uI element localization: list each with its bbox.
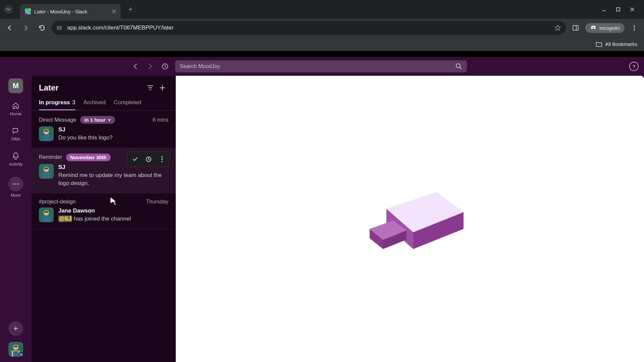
side-panel-button[interactable] [569,21,582,34]
message-text: @SJ has joined the channel [58,215,168,223]
tab-in-progress[interactable]: In progress 3 [39,99,75,110]
item-hover-toolbar [127,152,170,167]
timestamp: 6 mins [153,117,168,123]
timestamp: Thursday [146,199,168,205]
bookmarks-folder-icon [596,41,602,47]
browser-refresh-button[interactable] [36,21,48,34]
svg-rect-30 [43,173,50,179]
tab-completed[interactable]: Completed [114,99,141,110]
page-title: Later [39,83,144,93]
message-text: Do you like this logo? [58,134,168,142]
window-minimize-button[interactable] [602,7,606,12]
workspace-switcher[interactable]: M [8,78,23,93]
svg-rect-20 [13,351,18,357]
message-text: Remind me to update my team about the lo… [58,171,168,187]
svg-point-27 [161,161,163,162]
browser-back-button[interactable] [3,21,16,34]
dms-icon [11,126,20,135]
item-context: Reminder [39,154,62,160]
svg-rect-5 [57,29,58,29]
presence-indicator [18,352,24,357]
incognito-indicator[interactable]: Incognito [585,23,625,33]
search-bar[interactable] [175,60,467,72]
history-clock-button[interactable] [159,60,171,72]
rail-activity[interactable]: Activity [7,149,24,169]
svg-rect-1 [57,26,59,27]
activity-icon [11,152,20,160]
tab-close-icon[interactable] [112,9,116,13]
bookmark-star-icon[interactable] [554,24,561,31]
author: Jane Dawson [58,207,168,214]
window-close-button[interactable] [630,7,635,12]
incognito-icon [590,25,597,30]
author: SJ [58,126,168,133]
site-settings-icon[interactable] [56,25,62,31]
complete-button[interactable] [128,153,142,166]
tab-title: Later - MoodJoy - Slack [34,9,109,14]
slack-favicon [25,8,31,14]
item-more-button[interactable] [155,153,169,166]
svg-rect-6 [59,29,62,29]
avatar [39,126,54,141]
bookmark-illustration [350,172,470,266]
chevron-down-icon [108,119,111,121]
window-maximize-button[interactable] [616,7,621,12]
later-item[interactable]: Direct Message in 1 hour 6 mins SJ Do yo… [32,111,176,148]
svg-point-14 [13,183,14,185]
svg-rect-0 [616,8,620,11]
search-input[interactable] [180,63,455,69]
url-text: app.slack.com/client/T067MEBPPUY/later [67,24,550,31]
home-icon [11,101,20,110]
svg-point-26 [161,159,163,160]
user-avatar[interactable] [8,342,23,357]
search-icon [455,63,462,70]
item-context: Direct Message [39,117,76,123]
chrome-menu-button[interactable] [628,21,641,34]
due-pill[interactable]: November 30th [66,154,110,161]
browser-tab[interactable]: Later - MoodJoy - Slack [20,4,121,19]
rail-home[interactable]: Home [8,99,24,118]
reschedule-button[interactable] [142,153,155,166]
avatar [39,207,54,222]
rail-more[interactable]: More [6,175,25,200]
svg-point-25 [161,156,163,158]
browser-forward-button[interactable] [19,21,32,34]
svg-point-15 [15,183,16,185]
tab-archived[interactable]: Archived [84,99,106,110]
main-empty-state [176,76,644,362]
address-bar[interactable]: app.slack.com/client/T067MEBPPUY/later [52,21,566,35]
svg-point-13 [456,64,460,68]
svg-rect-3 [57,27,59,28]
more-icon [8,177,23,191]
avatar [39,164,54,179]
svg-point-10 [634,27,635,28]
svg-rect-23 [43,135,50,141]
svg-point-16 [17,183,19,185]
svg-rect-2 [59,26,62,27]
svg-point-9 [634,25,635,26]
rail-dms[interactable]: DMs [9,124,22,143]
all-bookmarks-button[interactable]: All Bookmarks [605,41,637,47]
item-context: #project-design [39,199,75,205]
history-back-button[interactable] [129,60,142,72]
svg-point-11 [634,29,635,31]
due-pill[interactable]: in 1 hour [80,116,115,124]
help-button[interactable]: ? [629,62,639,71]
later-item[interactable]: Reminder November 30th w SJ Remind me t [32,148,176,194]
mention[interactable]: @SJ [58,216,72,222]
svg-rect-4 [60,27,62,28]
rail-add-button[interactable]: + [8,321,23,336]
svg-rect-33 [43,216,50,222]
history-forward-button[interactable] [144,60,156,72]
tab-search-dropdown[interactable] [4,5,13,14]
add-button[interactable] [156,82,168,94]
svg-rect-7 [573,25,578,30]
filter-button[interactable] [144,82,156,94]
later-item[interactable]: #project-design Thursday Jane Dawson @SJ… [32,193,176,229]
new-tab-button[interactable]: + [125,4,136,15]
